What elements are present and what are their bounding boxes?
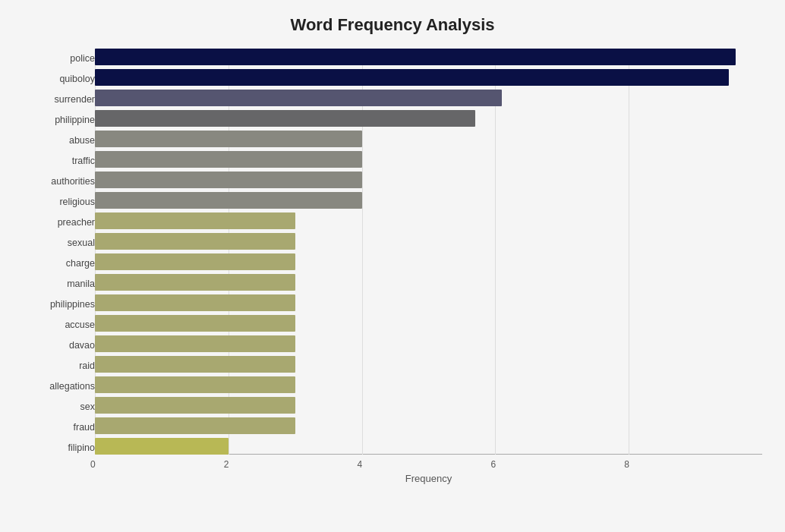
x-axis-container: 02468 Frequency [95, 455, 762, 485]
bar-row [95, 315, 762, 332]
bar-row [95, 397, 762, 414]
bar-row [95, 438, 762, 455]
y-axis-label: traffic [72, 153, 95, 173]
y-axis-label: sexual [68, 235, 95, 255]
y-axis-label: filipino [68, 439, 95, 460]
x-axis-title: Frequency [95, 473, 762, 484]
chart-container: Word Frequency Analysis policequiboloysu… [0, 0, 785, 532]
bar [95, 49, 736, 65]
y-axis-label: preacher [58, 214, 95, 235]
y-axis-label: charge [66, 255, 95, 275]
y-axis-label: philippines [50, 296, 95, 316]
y-axis-label: manila [67, 275, 95, 296]
bar [95, 274, 295, 291]
x-axis-tick-label: 6 [490, 459, 496, 470]
bar [95, 151, 362, 168]
bar-row [95, 335, 762, 352]
y-axis-label: religious [59, 194, 95, 214]
bar [95, 417, 295, 434]
bar [95, 294, 295, 311]
bar [95, 315, 295, 332]
bar-row [95, 274, 762, 291]
chart-area: policequiboloysurrenderphilippineabusetr… [23, 49, 762, 496]
bar-row [95, 69, 762, 86]
y-axis-label: allegations [49, 378, 95, 398]
bar [95, 397, 295, 414]
bar-row [95, 356, 762, 373]
y-axis-label: accuse [65, 316, 95, 337]
bar-row [95, 192, 762, 209]
y-axis-label: police [70, 50, 95, 71]
bar [95, 438, 229, 455]
x-axis-tick-label: 2 [224, 459, 229, 470]
y-axis-label: authorities [51, 173, 95, 194]
y-axis-label: quiboloy [59, 71, 95, 91]
y-axis-label: philippine [55, 112, 95, 132]
bar [95, 335, 295, 352]
x-axis-tick-label: 8 [624, 459, 629, 470]
bar-row [95, 131, 762, 147]
bar [95, 131, 362, 147]
bar-row [95, 49, 762, 65]
bar [95, 356, 295, 373]
bar [95, 376, 295, 393]
bar-row [95, 376, 762, 393]
bar-row [95, 212, 762, 229]
bar-row [95, 294, 762, 311]
bar-row [95, 172, 762, 188]
x-axis-tick-label: 4 [358, 459, 363, 470]
y-axis-label: sex [80, 398, 95, 419]
y-axis-label: davao [69, 337, 95, 357]
bar-row [95, 90, 762, 106]
y-axis-label: fraud [74, 419, 96, 439]
bar [95, 233, 295, 250]
x-axis-tick-label: 0 [90, 459, 96, 470]
chart-title: Word Frequency Analysis [23, 15, 762, 35]
x-axis-labels: 02468 [95, 455, 762, 470]
bar [95, 172, 362, 188]
bar [95, 192, 362, 209]
bar [95, 212, 295, 229]
bar-row [95, 233, 762, 250]
bar-row [95, 253, 762, 270]
bar-row [95, 110, 762, 127]
y-axis-label: surrender [55, 91, 96, 112]
y-axis-label: abuse [69, 132, 95, 153]
bar [95, 110, 475, 127]
bar [95, 90, 502, 106]
y-axis-labels: policequiboloysurrenderphilippineabusetr… [23, 49, 95, 496]
bar-row [95, 151, 762, 168]
bar [95, 69, 729, 86]
y-axis-label: raid [79, 357, 95, 378]
bars-section: 02468 Frequency [95, 49, 762, 496]
bar [95, 253, 295, 270]
bars-area [95, 49, 762, 455]
bar-row [95, 417, 762, 434]
